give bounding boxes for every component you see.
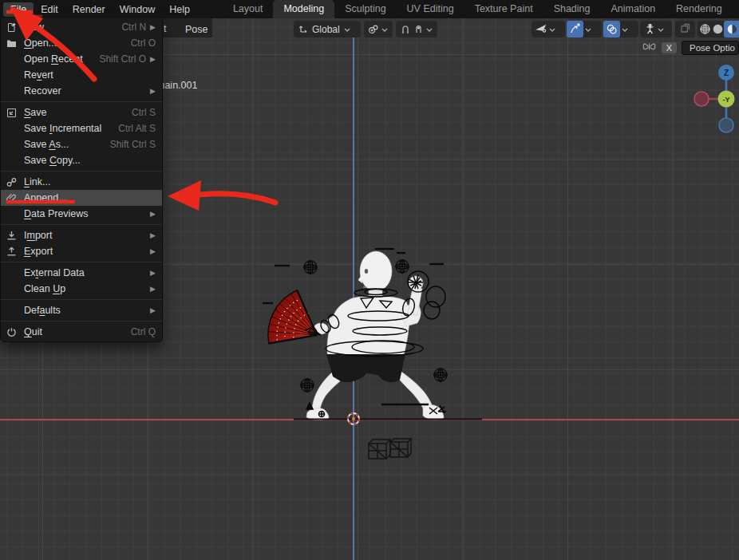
tab-compositing[interactable]: Compositing [733, 0, 739, 18]
menu-separator [1, 168, 162, 174]
menu-item-clean-up[interactable]: Clean Up▶ [1, 281, 162, 297]
menu-item-label: Append... [24, 192, 67, 203]
chevron-down-icon [425, 26, 433, 33]
menu-item-label: Save Copy... [24, 155, 81, 166]
chevron-down-icon [343, 26, 351, 33]
tool-settings-bar: X Pose Optio [642, 40, 739, 56]
show-overlays-toggle[interactable] [603, 21, 638, 37]
transform-orientation-dropdown[interactable]: Global [294, 21, 361, 37]
chevron-down-icon [584, 26, 592, 33]
axis-neg-y-label: -Y [723, 96, 730, 104]
butterfly-icon[interactable] [642, 40, 657, 57]
no-icon [6, 123, 24, 134]
submenu-arrow-icon: ▶ [150, 23, 156, 31]
menu-item-shortcut: Ctrl N [121, 22, 146, 33]
tab-rendering[interactable]: Rendering [666, 0, 733, 18]
snapping-controls[interactable] [396, 21, 437, 37]
menu-item-recover[interactable]: Recover▶ [1, 83, 162, 99]
topbar: FileEditRenderWindowHelp LayoutModelingS… [0, 0, 739, 18]
menubar-item-edit[interactable]: Edit [34, 2, 65, 17]
navigation-gizmo[interactable]: Z -Y [691, 62, 739, 136]
menu-item-label: Save [24, 107, 47, 118]
new-file-icon [6, 22, 24, 33]
menubar-item-help[interactable]: Help [162, 2, 197, 17]
submenu-arrow-icon: ▶ [150, 231, 156, 239]
menu-item-open[interactable]: Open...Ctrl O [1, 35, 162, 51]
menu-item-label: Quit [24, 326, 42, 337]
import-icon [6, 230, 24, 241]
tab-animation[interactable]: Animation [601, 0, 666, 18]
submenu-arrow-icon: ▶ [150, 269, 156, 277]
menu-item-data-previews[interactable]: Data Previews▶ [1, 206, 162, 222]
no-icon [6, 85, 24, 97]
show-gizmo-toggle[interactable] [567, 21, 602, 37]
menu-item-label: Defaults [24, 305, 61, 316]
no-icon [6, 305, 24, 316]
menu-item-label: Save Incremental [24, 123, 101, 134]
wireframe-boxes[interactable] [369, 439, 411, 459]
tab-shading[interactable]: Shading [543, 0, 601, 18]
overlays-icon [603, 21, 620, 37]
object-visibility-dropdown[interactable] [532, 21, 565, 37]
no-icon [6, 69, 24, 81]
material-shading-icon[interactable] [724, 21, 739, 37]
menu-item-revert[interactable]: Revert [1, 67, 162, 83]
blender-window: main.001 [0, 0, 739, 560]
menu-item-defaults[interactable]: Defaults▶ [1, 302, 162, 318]
pose-menu[interactable]: Pose [180, 23, 213, 36]
submenu-arrow-icon: ▶ [150, 55, 156, 63]
menu-item-save[interactable]: SaveCtrl S [1, 105, 162, 120]
menu-item-quit[interactable]: QuitCtrl Q [1, 324, 162, 340]
menu-item-save-incremental[interactable]: Save IncrementalCtrl Alt S [1, 120, 162, 136]
menubar-item-file[interactable]: File [3, 2, 34, 17]
menubar-item-render[interactable]: Render [65, 2, 113, 17]
menu-separator [1, 297, 162, 302]
menu-item-label: New [24, 22, 44, 33]
snap-target-icon [412, 23, 425, 36]
menu-item-shortcut: Ctrl Q [131, 326, 156, 337]
axis-neg-x-ball[interactable] [694, 92, 709, 106]
select-menu-partial[interactable]: t [164, 23, 166, 34]
submenu-arrow-icon: ▶ [150, 285, 156, 293]
menu-separator [1, 259, 162, 265]
solid-shading-icon[interactable] [712, 23, 725, 36]
pivot-icon [367, 23, 380, 36]
no-icon [6, 155, 24, 166]
tab-texture-paint[interactable]: Texture Paint [464, 0, 543, 18]
mirror-x-toggle[interactable]: X [662, 42, 677, 53]
menu-item-label: Data Previews [24, 208, 89, 219]
tab-uv-editing[interactable]: UV Editing [397, 0, 464, 18]
menu-item-save-copy[interactable]: Save Copy... [1, 152, 162, 168]
menu-item-append[interactable]: Append... [1, 190, 162, 206]
export-icon [6, 246, 24, 257]
menubar-item-window[interactable]: Window [113, 2, 162, 17]
tab-layout[interactable]: Layout [223, 0, 274, 18]
no-icon [6, 53, 24, 65]
orientation-value: Global [310, 24, 342, 35]
submenu-arrow-icon: ▶ [150, 306, 156, 314]
menu-item-external-data[interactable]: External Data▶ [1, 265, 162, 281]
pose-display-dropdown[interactable] [640, 21, 672, 37]
link-icon [6, 176, 24, 187]
menu-item-open-recent[interactable]: Open RecentShift Ctrl O▶ [1, 51, 162, 67]
character-mannequin[interactable] [306, 251, 444, 420]
gizmo-icon [567, 21, 583, 37]
menu-item-export[interactable]: Export▶ [1, 243, 162, 259]
chevron-down-icon [657, 26, 665, 33]
wireframe-shading-icon[interactable] [699, 23, 712, 36]
no-icon [6, 139, 24, 150]
tab-modeling[interactable]: Modeling [273, 0, 334, 18]
menu-item-import[interactable]: Import▶ [1, 227, 162, 243]
menu-item-label: Link... [24, 176, 50, 187]
pivot-point-dropdown[interactable] [364, 21, 393, 37]
menu-item-link[interactable]: Link... [1, 174, 162, 190]
menu-item-save-as[interactable]: Save As...Shift Ctrl S [1, 136, 162, 152]
menu-item-label: Revert [24, 69, 53, 81]
tab-sculpting[interactable]: Sculpting [334, 0, 396, 18]
menu-item-new[interactable]: NewCtrl N▶ [1, 19, 162, 35]
axis-neg-z-ball[interactable] [719, 118, 733, 132]
toggle-xray-button[interactable] [675, 21, 695, 37]
pose-options-dropdown[interactable]: Pose Optio [682, 41, 739, 55]
file-menu-panel: NewCtrl N▶Open...Ctrl OOpen RecentShift … [0, 17, 163, 342]
viewport-scene[interactable] [255, 239, 503, 479]
